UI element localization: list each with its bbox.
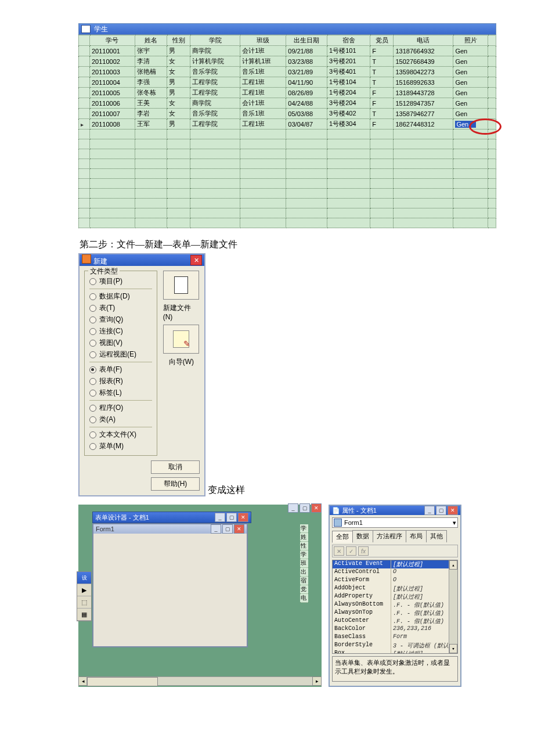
table-cell[interactable]: 1号楼204 bbox=[327, 88, 370, 98]
table-cell[interactable]: 音乐学院 bbox=[190, 67, 240, 77]
table-cell[interactable]: 1号楼304 bbox=[327, 119, 370, 129]
table-cell[interactable]: Gen bbox=[453, 88, 488, 98]
property-value[interactable]: 3 - 可调边框 (默认) bbox=[391, 642, 457, 650]
table-cell[interactable]: 女 bbox=[167, 109, 190, 119]
designer-titlebar[interactable]: 表单设计器 - 文档1 _ ▢ ✕ bbox=[92, 512, 251, 523]
table-cell[interactable]: F bbox=[370, 46, 394, 56]
wizard-button[interactable] bbox=[163, 325, 199, 354]
table-cell[interactable]: 男 bbox=[167, 46, 190, 56]
fx-button[interactable]: fx bbox=[358, 546, 369, 556]
file-type-option[interactable]: 报表(R) bbox=[89, 376, 152, 386]
table-cell[interactable]: 03/04/87 bbox=[286, 119, 327, 129]
file-type-option[interactable]: 数据库(D) bbox=[89, 291, 152, 301]
table-cell[interactable]: 女 bbox=[167, 67, 190, 77]
table-cell[interactable]: 03/21/89 bbox=[286, 67, 327, 77]
help-button[interactable]: 帮助(H) bbox=[151, 477, 200, 491]
table-cell[interactable]: 计算机学院 bbox=[190, 56, 240, 67]
tab-4[interactable]: 其他 bbox=[426, 530, 447, 542]
table-cell[interactable]: 音乐1班 bbox=[240, 109, 286, 119]
property-value[interactable]: [默认过程] bbox=[391, 650, 457, 654]
form-canvas[interactable]: Form1 _ ▢ ✕ bbox=[92, 523, 248, 647]
cancel-edit-button[interactable]: ✕ bbox=[334, 546, 344, 556]
table-cell[interactable]: 05/03/88 bbox=[286, 109, 327, 119]
column-header[interactable]: 性别 bbox=[167, 35, 190, 46]
table-cell[interactable]: 工程学院 bbox=[190, 77, 240, 88]
property-row[interactable]: ActiveFormO bbox=[333, 577, 457, 585]
property-row[interactable]: AlwaysOnBottom.F. - 假(默认值) bbox=[333, 601, 457, 609]
table-cell[interactable]: F bbox=[370, 119, 394, 129]
table-cell[interactable]: 商学院 bbox=[190, 98, 240, 109]
horizontal-scrollbar[interactable] bbox=[86, 676, 313, 686]
table-cell[interactable]: 20110005 bbox=[90, 88, 135, 98]
table-cell[interactable]: Gen bbox=[453, 46, 488, 56]
table-row[interactable]: 20110005张冬栋男工程学院工程1班08/26/891号楼204F13189… bbox=[79, 88, 496, 98]
table-cell[interactable]: Gen bbox=[453, 109, 488, 119]
table-cell[interactable]: 20110001 bbox=[90, 46, 135, 56]
minimize-icon[interactable]: _ bbox=[424, 506, 435, 515]
property-value[interactable]: 236,233,216 bbox=[391, 625, 457, 633]
cancel-button[interactable]: 取消 bbox=[151, 460, 200, 474]
close-icon[interactable]: ✕ bbox=[238, 513, 248, 522]
table-cell[interactable]: 工程1班 bbox=[240, 88, 286, 98]
object-combo[interactable]: Form1 ▾ bbox=[332, 517, 458, 528]
table-cell[interactable]: Gen bbox=[453, 77, 488, 88]
file-type-option[interactable]: 表单(F) bbox=[89, 365, 152, 375]
file-type-option[interactable]: 类(A) bbox=[89, 415, 152, 424]
property-value[interactable]: O bbox=[391, 568, 457, 577]
table-cell[interactable]: 音乐1班 bbox=[240, 67, 286, 77]
table-cell[interactable]: 20110002 bbox=[90, 56, 135, 67]
column-header[interactable]: 电话 bbox=[394, 35, 453, 46]
table-cell[interactable]: 13189443728 bbox=[394, 88, 453, 98]
table-cell[interactable]: 3号楼402 bbox=[327, 109, 370, 119]
maximize-icon[interactable]: ▢ bbox=[300, 503, 310, 513]
minimize-icon[interactable]: _ bbox=[215, 513, 225, 522]
table-cell[interactable]: 男 bbox=[167, 119, 190, 129]
property-row[interactable]: Box[默认过程] bbox=[333, 650, 457, 654]
table-cell[interactable]: 李强 bbox=[135, 77, 167, 88]
column-header[interactable]: 照片 bbox=[453, 35, 488, 46]
table-cell[interactable]: 3号楼201 bbox=[327, 56, 370, 67]
property-row[interactable]: AlwaysOnTop.F. - 假(默认值) bbox=[333, 609, 457, 617]
table-cell[interactable]: Gen bbox=[453, 119, 488, 129]
file-type-option[interactable]: 文本文件(X) bbox=[89, 430, 152, 440]
table-cell[interactable]: Gen bbox=[453, 67, 488, 77]
table-cell[interactable]: 15128947357 bbox=[394, 98, 453, 109]
table-cell[interactable]: 工程1班 bbox=[240, 77, 286, 88]
table-cell[interactable]: 张宇 bbox=[135, 46, 167, 56]
table-cell[interactable]: 王美 bbox=[135, 98, 167, 109]
property-value[interactable]: .F. - 假(默认值) bbox=[391, 609, 457, 617]
table-cell[interactable]: 20110008 bbox=[90, 119, 135, 129]
table-cell[interactable]: 女 bbox=[167, 56, 190, 67]
table-cell[interactable]: 工程学院 bbox=[190, 88, 240, 98]
table-cell[interactable]: Gen bbox=[453, 56, 488, 67]
toolbox[interactable]: 设 ▶ ⬚ ▦ bbox=[77, 571, 92, 621]
tab-1[interactable]: 数据 bbox=[352, 530, 373, 542]
scroll-right-button[interactable]: ▸ bbox=[312, 676, 322, 686]
table-row[interactable]: 20110006王美女商学院会计1班04/24/883号楼204F1512894… bbox=[79, 98, 496, 109]
property-row[interactable]: BaseClassForm bbox=[333, 633, 457, 642]
close-icon[interactable]: ✕ bbox=[234, 524, 244, 534]
new-file-button[interactable] bbox=[163, 271, 199, 300]
property-value[interactable]: .F. - 假(默认值) bbox=[391, 617, 457, 625]
file-type-option[interactable]: 查询(Q) bbox=[89, 315, 152, 325]
property-row[interactable]: Activate Event[默认过程] bbox=[333, 560, 457, 568]
column-header[interactable]: 党员 bbox=[370, 35, 394, 46]
form-grid-surface[interactable] bbox=[93, 534, 247, 646]
table-cell[interactable]: 李清 bbox=[135, 56, 167, 67]
table-cell[interactable]: 13598042273 bbox=[394, 67, 453, 77]
table-window-titlebar[interactable]: 学生 bbox=[78, 23, 496, 35]
property-row[interactable]: BorderStyle3 - 可调边框 (默认) bbox=[333, 642, 457, 650]
accept-edit-button[interactable]: ✓ bbox=[346, 546, 356, 556]
toolbox-item[interactable]: ▶ bbox=[77, 584, 91, 596]
column-header[interactable]: 宿舍 bbox=[327, 35, 370, 46]
table-row[interactable]: 20110001张宇男商学院会计1班09/21/881号楼101F1318766… bbox=[79, 46, 496, 56]
properties-titlebar[interactable]: 📄 属性 - 文档1 _ ▢ ✕ bbox=[330, 506, 460, 515]
table-cell[interactable]: 09/21/88 bbox=[286, 46, 327, 56]
table-cell[interactable]: 20110003 bbox=[90, 67, 135, 77]
table-cell[interactable]: Gen bbox=[453, 98, 488, 109]
table-row[interactable]: 20110004李强男工程学院工程1班04/11/901号楼104T151689… bbox=[79, 77, 496, 88]
table-cell[interactable]: 1号楼104 bbox=[327, 77, 370, 88]
table-cell[interactable]: 08/26/89 bbox=[286, 88, 327, 98]
table-row[interactable]: 20110008王军男工程学院工程1班03/04/871号楼304F186274… bbox=[79, 119, 496, 129]
property-value[interactable]: [默认过程] bbox=[391, 593, 457, 601]
